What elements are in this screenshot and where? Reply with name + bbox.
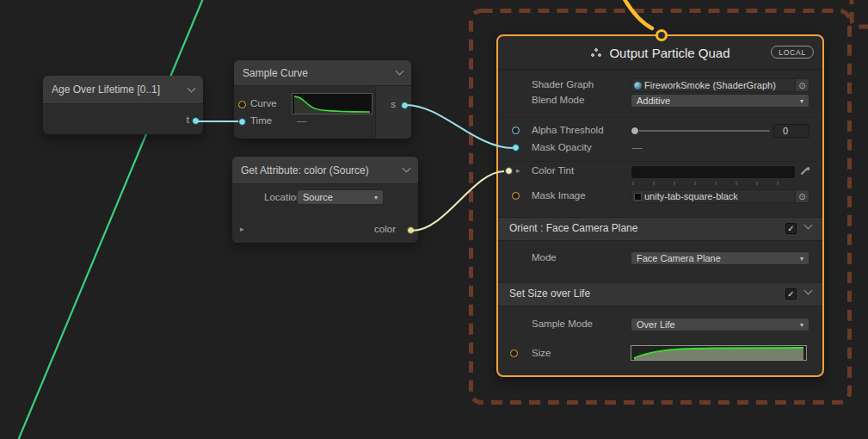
context-title-bar[interactable]: Output Particle Quad LOCAL [498, 36, 822, 70]
port-size-input[interactable] [510, 349, 518, 357]
node-title: Sample Curve [243, 67, 391, 79]
chevron-down-icon[interactable] [804, 287, 813, 295]
time-value: — [297, 115, 307, 126]
row-color-tint: ▸ Color Tint [498, 164, 822, 178]
alpha-threshold-label: Alpha Threshold [532, 125, 604, 135]
row-alpha-threshold: Alpha Threshold 0 [498, 124, 822, 138]
section-size-title: Set Size over Life [509, 288, 590, 300]
location-dropdown[interactable]: Source ▾ [297, 189, 384, 205]
size-curve-field[interactable] [631, 345, 807, 361]
local-badge: LOCAL [771, 46, 814, 59]
port-mask-opacity-input[interactable] [512, 144, 520, 151]
node-header[interactable]: Sample Curve [234, 60, 411, 86]
curve-label: Curve [250, 98, 277, 108]
dropdown-arrow-icon: ▾ [800, 321, 803, 329]
size-curve-preview [631, 346, 806, 360]
node-get-attribute-color[interactable]: Get Attribute: color (Source) Location S… [232, 157, 418, 243]
mask-image-object-field[interactable]: unity-tab-square-black ⊙ [631, 189, 810, 203]
node-header[interactable]: Get Attribute: color (Source) [232, 157, 418, 184]
section-size-header[interactable]: Set Size over Life ✓ [498, 282, 822, 306]
shader-graph-object-field[interactable]: FireworkSmoke (ShaderGraph) ⊙ [631, 78, 810, 92]
port-alpha-threshold-input[interactable] [512, 127, 520, 134]
mask-image-value: unity-tab-square-black [642, 191, 795, 201]
orient-mode-value: Face Camera Plane [637, 253, 797, 263]
divider [503, 161, 817, 162]
context-title: Output Particle Quad [609, 46, 729, 60]
blend-mode-label: Blend Mode [532, 95, 584, 105]
output-column [375, 86, 411, 139]
port-time-input[interactable] [238, 118, 246, 126]
output-label-color: color [374, 224, 396, 234]
chevron-down-icon[interactable] [804, 221, 813, 230]
location-value: Source [303, 192, 371, 202]
orient-mode-dropdown[interactable]: Face Camera Plane ▾ [631, 251, 810, 265]
port-color-output[interactable] [407, 226, 415, 234]
row-mask-image: Mask Image unity-tab-square-black ⊙ [498, 189, 822, 203]
node-age-over-lifetime[interactable]: Age Over Lifetime [0..1] t [43, 76, 203, 134]
gradient-stop-ticks [632, 182, 792, 185]
port-curve-input[interactable] [238, 101, 246, 108]
size-label: Size [532, 348, 551, 358]
edge-crossing-green[interactable] [17, 0, 204, 439]
section-orient-header[interactable]: Orient : Face Camera Plane ✓ [498, 217, 822, 241]
object-picker-icon[interactable]: ⊙ [795, 79, 809, 91]
alpha-threshold-slider-track[interactable] [634, 130, 770, 132]
port-t-output[interactable] [192, 117, 200, 125]
chevron-down-icon[interactable] [396, 67, 404, 76]
chevron-down-icon[interactable] [403, 164, 411, 173]
port-s-output[interactable] [401, 102, 409, 109]
node-output-particle-quad[interactable]: Output Particle Quad LOCAL Shader Graph … [496, 34, 824, 377]
texture-icon [634, 193, 642, 201]
expander-icon[interactable]: ▸ [516, 166, 520, 175]
mask-opacity-label: Mask Opacity [532, 142, 592, 152]
curve-decay-preview [292, 94, 372, 114]
dropdown-arrow-icon: ▾ [374, 194, 378, 201]
row-shader-graph: Shader Graph FireworkSmoke (ShaderGraph)… [498, 78, 822, 92]
mask-opacity-value: — [632, 142, 643, 152]
sample-mode-dropdown[interactable]: Over Life ▾ [631, 318, 810, 331]
alpha-threshold-field[interactable]: 0 [773, 124, 810, 138]
color-tint-label: Color Tint [532, 165, 574, 176]
node-title: Age Over Lifetime [0..1] [52, 83, 183, 96]
chevron-down-icon[interactable] [188, 83, 196, 92]
output-label-s: s [391, 99, 396, 109]
port-mask-image-input[interactable] [512, 192, 520, 200]
curve-preview-field[interactable] [292, 93, 372, 114]
system-dashed-border-neighbor[interactable] [852, 0, 868, 27]
row-orient-mode: Mode Face Camera Plane ▾ [498, 251, 822, 265]
blend-mode-value: Additive [637, 96, 797, 106]
shader-graph-value: FireworkSmoke (ShaderGraph) [642, 80, 795, 90]
port-color-tint-input[interactable] [505, 167, 513, 175]
sample-mode-label: Sample Mode [532, 318, 593, 329]
blend-mode-dropdown[interactable]: Additive ▾ [631, 94, 810, 108]
row-sample-mode: Sample Mode Over Life ▾ [498, 318, 822, 331]
expander-icon[interactable]: ▸ [240, 225, 244, 233]
mask-image-label: Mask Image [532, 190, 586, 201]
dropdown-arrow-icon: ▾ [800, 255, 803, 263]
row-mask-opacity: Mask Opacity — [498, 141, 822, 155]
node-title: Get Attribute: color (Source) [241, 164, 398, 176]
output-label-t: t [187, 114, 189, 125]
node-header[interactable]: Age Over Lifetime [0..1] [43, 76, 203, 104]
row-size: Size [498, 345, 822, 361]
time-label: Time [250, 115, 272, 126]
edge-color-to-color-tint[interactable] [412, 171, 504, 231]
object-picker-icon[interactable]: ⊙ [795, 190, 809, 202]
shadergraph-icon [634, 82, 642, 90]
color-tint-gradient-field[interactable] [631, 165, 796, 179]
particles-icon [590, 47, 602, 58]
sample-mode-value: Over Life [637, 319, 797, 330]
shader-graph-label: Shader Graph [532, 79, 594, 90]
divider [503, 117, 817, 118]
orient-mode-label: Mode [532, 252, 557, 263]
section-orient-title: Orient : Face Camera Plane [509, 222, 637, 234]
orient-enabled-checkbox[interactable]: ✓ [785, 223, 797, 234]
size-enabled-checkbox[interactable]: ✓ [785, 288, 797, 300]
node-sample-curve[interactable]: Sample Curve Curve Time — s [234, 60, 411, 139]
location-label: Location [264, 192, 301, 202]
row-blend-mode: Blend Mode Additive ▾ [498, 94, 822, 108]
flow-edge-input[interactable] [622, 0, 652, 28]
alpha-threshold-slider-handle[interactable] [631, 127, 639, 135]
vfx-graph-canvas[interactable]: Age Over Lifetime [0..1] t Sample Curve … [0, 0, 868, 439]
eyedropper-icon[interactable] [799, 166, 810, 176]
